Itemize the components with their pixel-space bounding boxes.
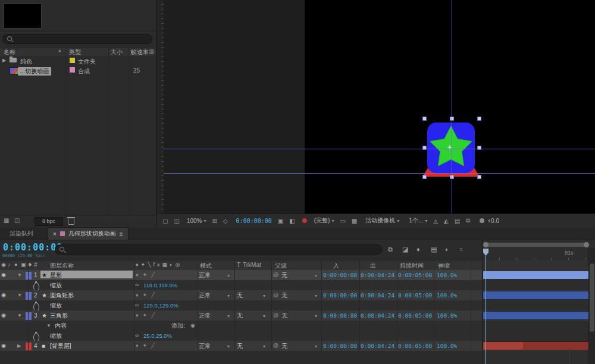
layer-duration-bar[interactable] xyxy=(483,271,589,280)
parent-pickwhip-icon[interactable]: @ xyxy=(273,312,278,319)
time-ruler[interactable]: 01s xyxy=(483,248,589,261)
horizontal-guide[interactable] xyxy=(164,173,595,174)
duration-time[interactable]: 0:00:05:00 xyxy=(398,271,432,279)
column-in[interactable]: 入 xyxy=(333,262,339,270)
show-channel-icon[interactable] xyxy=(302,218,307,223)
layer-switches[interactable]: ♦✦╱ xyxy=(136,291,159,299)
column-trkmat[interactable]: TrkMat xyxy=(243,262,261,268)
vertical-scrollbar[interactable] xyxy=(588,248,595,364)
group-name[interactable]: 内容 xyxy=(55,322,67,330)
layer-name[interactable]: 圆角矩形 xyxy=(50,291,74,299)
layer-name[interactable]: 星形 xyxy=(50,271,62,279)
layer-name[interactable]: [背景层] xyxy=(50,342,71,350)
layer-switches[interactable]: ♦✦╱ xyxy=(136,312,159,319)
in-time[interactable]: 0:00:00:00 xyxy=(323,312,357,319)
parent-pickwhip-icon[interactable]: @ xyxy=(273,271,278,279)
column-type[interactable]: 类型 xyxy=(69,48,81,57)
screen-mode-icon[interactable]: ◫ xyxy=(174,218,179,224)
expand-arrow-icon[interactable]: ▶ xyxy=(17,342,21,350)
link-dimensions-icon[interactable]: ∞ xyxy=(135,302,139,309)
resolution-select[interactable]: (完整)▾ xyxy=(314,216,334,225)
property-row[interactable]: 缩放∞129.0,129.0% xyxy=(0,300,482,310)
collapse-arrow-icon[interactable]: ▼ xyxy=(17,291,22,299)
playhead-line[interactable] xyxy=(486,256,486,364)
horizontal-guide[interactable] xyxy=(164,149,595,149)
item-name[interactable]: 纯色 xyxy=(20,58,32,66)
parent-pickwhip-icon[interactable]: @ xyxy=(273,291,278,299)
frame-blending-icon[interactable]: ▤ xyxy=(431,246,437,253)
visibility-eye-icon[interactable]: ◉ xyxy=(1,312,6,319)
expand-arrow[interactable]: ▶ xyxy=(2,58,6,63)
track-row[interactable] xyxy=(483,321,589,331)
layer-row[interactable]: ◉▼2★圆角矩形♦✦╱正常▾无▾@无▾0:00:00:000:00:04:240… xyxy=(0,290,482,300)
collapse-arrow-icon[interactable]: ▼ xyxy=(17,271,22,279)
property-row[interactable]: 缩放∞118.0,118.0% xyxy=(0,280,482,290)
label-column-icon[interactable]: ◆ xyxy=(28,262,32,267)
column-layer-name[interactable]: 图层名称 xyxy=(50,262,74,270)
parent-select[interactable]: 无▾ xyxy=(281,312,317,319)
selection-handle[interactable] xyxy=(477,175,481,179)
transparency-grid-icon[interactable]: ▩ xyxy=(352,218,357,224)
out-time[interactable]: 0:00:04:24 xyxy=(361,312,394,319)
camera-view-select[interactable]: 活动摄像机▾ xyxy=(365,216,399,225)
property-value[interactable]: 25.0,25.0% xyxy=(143,332,172,340)
label-color-chip[interactable] xyxy=(70,58,75,63)
stretch-value[interactable]: 100.0% xyxy=(437,342,457,350)
blend-mode-select[interactable]: 正常▾ xyxy=(199,312,230,319)
column-framerate[interactable]: 帧速率 xyxy=(131,48,149,57)
comp-mini-flowchart-icon[interactable]: ⧉ xyxy=(388,246,393,253)
column-t[interactable]: T xyxy=(237,262,240,268)
panel-menu-icon[interactable]: ≡ xyxy=(120,231,123,237)
scrollbar-thumb[interactable] xyxy=(590,263,594,332)
property-name[interactable]: 缩放 xyxy=(50,332,62,340)
in-time[interactable]: 0:00:00:00 xyxy=(323,342,357,350)
column-parent[interactable]: 父级 xyxy=(275,262,287,270)
timeline-button-icon[interactable]: ▤ xyxy=(455,218,460,224)
tab-composition[interactable]: × 几何形状切换动画 ≡ xyxy=(48,227,129,240)
layer-switches[interactable]: ♦✦╱ xyxy=(136,271,159,279)
link-dimensions-icon[interactable]: ∞ xyxy=(135,332,139,340)
layer-duration-bar[interactable] xyxy=(483,341,589,350)
link-dimensions-icon[interactable]: ∞ xyxy=(135,281,139,289)
grid-and-guide-options-icon[interactable]: ⊞ xyxy=(212,218,217,224)
stretch-value[interactable]: 100.0% xyxy=(437,312,457,319)
draft-3d-icon[interactable]: ◪ xyxy=(402,246,408,253)
layer-name[interactable]: 三角形 xyxy=(50,312,68,319)
stretch-value[interactable]: 100.0% xyxy=(437,291,457,299)
layer-row[interactable]: ◉▼1★星形♦✦╱正常▾@无▾0:00:00:000:00:04:240:00:… xyxy=(0,270,482,280)
in-time[interactable]: 0:00:00:00 xyxy=(323,271,357,279)
duration-time[interactable]: 0:00:05:00 xyxy=(398,291,432,299)
column-size[interactable]: 大小 xyxy=(111,48,123,57)
stretch-value[interactable]: 100.0% xyxy=(437,271,457,279)
vertical-guide[interactable] xyxy=(452,0,452,214)
track-row[interactable] xyxy=(483,300,589,310)
delete-item-icon[interactable] xyxy=(68,219,74,225)
trkmat-select[interactable]: 无▾ xyxy=(237,312,265,319)
column-name[interactable]: 名称 xyxy=(4,48,15,57)
always-preview-icon[interactable]: ▢ xyxy=(162,218,168,224)
pixel-aspect-correction-icon[interactable]: ◬ xyxy=(433,218,438,224)
blend-mode-select[interactable]: 正常▾ xyxy=(199,271,230,279)
graph-editor-icon[interactable]: ≈ xyxy=(459,246,463,253)
track-row[interactable] xyxy=(483,280,589,290)
label-color-chip[interactable] xyxy=(26,343,32,350)
label-color-chip[interactable] xyxy=(70,67,75,73)
trkmat-select[interactable]: 无▾ xyxy=(237,291,265,299)
parent-select[interactable]: 无▾ xyxy=(281,291,317,299)
blend-mode-select[interactable]: 正常▾ xyxy=(199,291,230,299)
parent-select[interactable]: 无▾ xyxy=(281,271,317,279)
selection-handle[interactable] xyxy=(422,117,427,121)
selection-handle[interactable] xyxy=(477,117,481,121)
project-item-solids[interactable]: ▶ 纯色 文件夹 xyxy=(0,57,156,66)
column-out[interactable]: 出 xyxy=(370,262,376,270)
composition-viewport[interactable]: + xyxy=(164,0,595,214)
show-snapshot-icon[interactable]: ◧ xyxy=(289,218,295,224)
selection-handle[interactable] xyxy=(422,175,427,179)
timeline-search-input[interactable] xyxy=(55,244,382,255)
duration-time[interactable]: 0:00:05:00 xyxy=(398,342,432,350)
layer-duration-bar[interactable] xyxy=(483,311,589,320)
reset-exposure-icon[interactable] xyxy=(480,218,484,223)
parent-select[interactable]: 无▾ xyxy=(281,342,317,350)
column-stretch[interactable]: 伸缩 xyxy=(438,262,450,270)
blend-mode-select[interactable]: 正常▾ xyxy=(199,342,230,350)
